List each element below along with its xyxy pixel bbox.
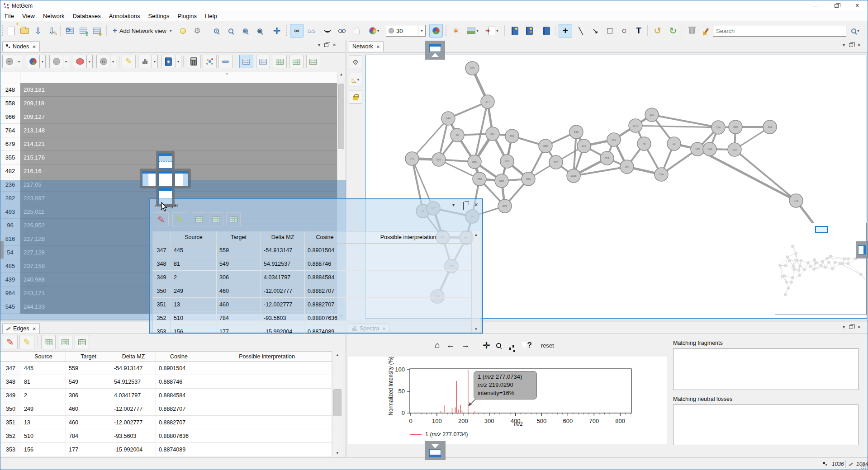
menu-databases[interactable]: Databases — [69, 12, 105, 20]
column-header[interactable]: Target — [66, 352, 111, 361]
tab-close-icon[interactable]: ✕ — [32, 326, 36, 331]
edge-table-fit-button[interactable]: ↔ — [75, 335, 89, 349]
refresh-data-button[interactable]: ⟳ — [63, 24, 76, 38]
neighbors-button[interactable]: ⌂⌂ — [304, 24, 318, 38]
import-group-mapping-button[interactable]: ⇩ — [90, 24, 104, 38]
edges-table[interactable]: SourceTargetDelta MZCosinePossible inter… — [0, 351, 332, 457]
node-highlight-button[interactable] — [73, 55, 87, 68]
edge-red-pen-button[interactable]: ✎ — [3, 335, 18, 349]
show-isolated-nodes-button[interactable] — [335, 24, 349, 38]
rectangle-tool-button[interactable]: □ — [603, 24, 617, 38]
dock-menu-icon[interactable]: ▾ — [843, 324, 845, 329]
dock-indicator-bottom[interactable] — [425, 441, 446, 460]
dock-indicator-left[interactable] — [0, 241, 4, 258]
dropdown-arrow-icon[interactable]: ▾ — [16, 55, 22, 68]
clear-button[interactable] — [700, 24, 713, 38]
column-header[interactable]: Source — [171, 231, 217, 243]
table-row[interactable]: 352510784-93.56030.88807636 — [152, 311, 471, 325]
dock-float-icon[interactable] — [463, 202, 464, 210]
table-row[interactable]: 248203,181 — [0, 83, 337, 97]
fullscreen-button[interactable]: ✛ — [270, 24, 284, 38]
forward-icon[interactable]: → — [461, 340, 470, 350]
color-nodes-button[interactable]: ▾ — [365, 24, 383, 38]
dock-float-icon[interactable] — [324, 43, 328, 47]
tab-network[interactable]: Network ✕ — [349, 41, 384, 52]
tools-button[interactable]: ⚙ — [190, 24, 204, 38]
tab-edges[interactable]: Edges ✕ — [2, 323, 40, 334]
arrow-tool-button[interactable]: ↘ — [588, 24, 602, 38]
edges-table[interactable]: SourceTargetDelta MZCosinePossible inter… — [152, 231, 471, 333]
table-row[interactable]: 3488154954.9125370.888746 — [152, 257, 471, 271]
table-view-selected-button[interactable] — [256, 55, 270, 68]
matching-neutral-losses-box[interactable] — [673, 404, 859, 445]
search-button[interactable]: ▾ — [849, 25, 861, 37]
table-export-button[interactable] — [306, 55, 320, 68]
network-lock-button[interactable] — [349, 90, 362, 103]
matching-fragments-box[interactable] — [673, 348, 859, 390]
layout-button[interactable]: ✶ — [449, 24, 463, 38]
dock-target-left[interactable] — [142, 171, 156, 186]
line-tool-button[interactable]: ╲ — [574, 24, 588, 38]
link-selection-toggle[interactable]: ∞ — [290, 24, 304, 38]
column-header[interactable]: Target — [217, 231, 261, 243]
database-view-button[interactable] — [508, 24, 522, 38]
dock-float-icon[interactable] — [849, 325, 853, 329]
menu-settings[interactable]: Settings — [144, 12, 173, 20]
edge-table-fit-button[interactable] — [226, 212, 241, 226]
database-download-button[interactable] — [540, 24, 553, 38]
home-icon[interactable]: ⌂ — [435, 340, 440, 350]
edge-red-pen-button[interactable]: ✎ — [154, 212, 169, 226]
save-project-button[interactable]: ⇩ — [31, 24, 45, 38]
menu-view[interactable]: View — [18, 12, 39, 20]
import-metadata-button[interactable]: ⇧ — [76, 24, 90, 38]
table-row[interactable]: 35113460-12.0027770.8882707 — [0, 416, 332, 429]
edge-table-view-button[interactable] — [192, 212, 206, 226]
substract-button[interactable] — [218, 55, 232, 68]
table-row[interactable]: 352510784-93.56030.88807636 — [0, 429, 332, 443]
column-header[interactable]: Cosine — [156, 352, 202, 361]
calculator-button[interactable] — [187, 55, 201, 68]
nodes-table-header[interactable]: ^ — [0, 71, 337, 83]
edge-table-rows-button[interactable]: ↓ — [58, 335, 72, 349]
edge-yellow-pen-button[interactable]: ✎ — [172, 212, 187, 226]
reset-button[interactable]: reset — [538, 341, 557, 350]
highlighter-button[interactable]: ✎ — [122, 55, 136, 68]
redo-button[interactable]: ↻ — [666, 24, 680, 38]
column-header[interactable]: Delta MZ — [261, 231, 305, 243]
zoom-out-button[interactable]: − — [224, 24, 237, 38]
table-row[interactable]: 347445559-54.9131470.8901504 — [152, 244, 471, 257]
table-fit-columns-button[interactable] — [289, 55, 304, 68]
database-query-button[interactable] — [522, 24, 536, 38]
search-input[interactable] — [713, 25, 846, 37]
dock-close-icon[interactable]: ✕ — [857, 42, 861, 47]
column-header[interactable]: Possible interpretation — [202, 352, 332, 361]
maximize-button[interactable] — [826, 0, 847, 11]
close-button[interactable]: ✕ — [847, 0, 868, 11]
spinbox-arrow-icon[interactable]: ▾ — [418, 25, 425, 36]
dropdown-arrow-icon[interactable]: ▾ — [63, 55, 69, 68]
dock-close-icon[interactable]: ✕ — [474, 202, 478, 208]
dock-menu-icon[interactable]: ▾ — [318, 42, 320, 47]
dock-float-icon[interactable] — [849, 43, 853, 47]
hide-isolated-nodes-button[interactable] — [321, 24, 334, 38]
table-row[interactable]: 34923064.03417970.8884584 — [0, 389, 332, 402]
help-icon[interactable]: ? — [527, 341, 531, 350]
node-size-map-button[interactable]: ↔ — [49, 55, 63, 68]
resize-grip[interactable] — [861, 464, 866, 470]
save-project-as-button[interactable]: ⇩✎ — [45, 24, 58, 38]
undo-button[interactable]: ↺ — [651, 24, 664, 38]
dock-indicator-top[interactable] — [425, 41, 445, 60]
dock-indicator-right[interactable] — [856, 241, 868, 258]
table-view-all-button[interactable] — [239, 55, 253, 68]
delete-button[interactable] — [685, 24, 699, 38]
tab-close-icon[interactable]: ✕ — [32, 44, 36, 49]
table-view-filtered-button[interactable] — [273, 55, 287, 68]
floating-edges-window[interactable]: Edges ▾ ✕ ✎ ✎ SourceTargetDelta MZCosine… — [149, 198, 483, 334]
column-header[interactable]: Delta MZ — [111, 352, 156, 361]
dock-target-center[interactable] — [158, 171, 172, 186]
zoom-selection-button[interactable]: ◉ — [253, 24, 266, 38]
dropdown-arrow-icon[interactable]: ▾ — [175, 55, 181, 68]
text-tool-button[interactable]: T — [632, 24, 645, 38]
pan-icon[interactable]: ✛ — [483, 340, 490, 351]
tab-close-icon[interactable]: ✕ — [376, 44, 380, 49]
